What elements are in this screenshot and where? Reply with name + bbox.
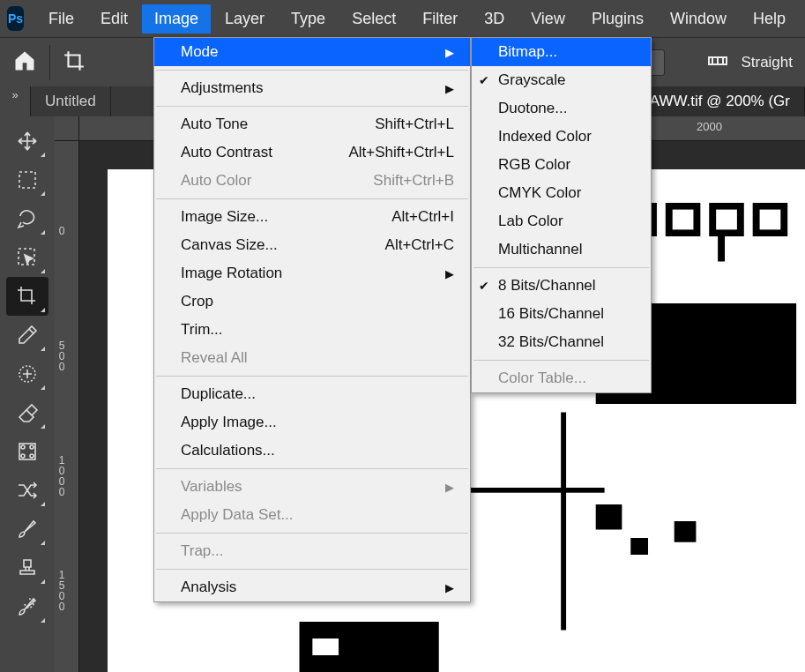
menu-help[interactable]: Help bbox=[741, 4, 798, 34]
document-tab[interactable]: Untitled bbox=[31, 86, 111, 116]
svg-rect-16 bbox=[673, 210, 694, 230]
move-tool[interactable] bbox=[6, 122, 48, 161]
menu-filter[interactable]: Filter bbox=[410, 4, 470, 34]
straighten-label[interactable]: Straight bbox=[741, 54, 793, 71]
app-logo: Ps bbox=[7, 6, 24, 31]
history-brush-tool[interactable] bbox=[6, 587, 48, 626]
svg-rect-40 bbox=[630, 538, 648, 555]
mode-menu-item[interactable]: Indexed Color bbox=[472, 123, 651, 151]
image-menu-item[interactable]: Auto ToneShift+Ctrl+L bbox=[154, 110, 470, 138]
check-icon: ✔ bbox=[479, 73, 489, 87]
svg-point-8 bbox=[21, 445, 25, 449]
mode-menu-item-label: Color Table... bbox=[498, 370, 586, 387]
image-menu-item[interactable]: Mode▶ bbox=[154, 38, 470, 66]
object-select-tool[interactable] bbox=[6, 238, 48, 277]
straighten-icon[interactable] bbox=[707, 50, 728, 75]
shortcut-label: Alt+Shift+Ctrl+L bbox=[313, 144, 454, 161]
image-menu-item-label: Crop bbox=[181, 293, 213, 310]
submenu-arrow-icon: ▶ bbox=[410, 481, 454, 494]
submenu-arrow-icon: ▶ bbox=[410, 82, 454, 95]
svg-point-11 bbox=[30, 454, 34, 458]
image-menu-item-label: Apply Image... bbox=[181, 414, 277, 431]
lasso-tool[interactable] bbox=[6, 199, 48, 238]
svg-point-29 bbox=[747, 335, 759, 347]
image-menu-item-label: Apply Data Set... bbox=[181, 506, 294, 524]
menu-layer[interactable]: Layer bbox=[212, 4, 277, 34]
svg-rect-41 bbox=[675, 521, 697, 542]
image-menu-item-label: Auto Contrast bbox=[181, 144, 272, 161]
document-tab-active[interactable]: AWW.tif @ 200% (Gr bbox=[635, 86, 805, 116]
menu-window[interactable]: Window bbox=[658, 4, 739, 34]
image-menu-item[interactable]: Crop bbox=[154, 287, 470, 316]
mode-menu-item[interactable]: ✔Grayscale bbox=[472, 66, 651, 94]
image-menu-item[interactable]: Calculations... bbox=[154, 437, 470, 465]
crop-tool[interactable] bbox=[6, 277, 48, 316]
shuffle-tool[interactable] bbox=[6, 471, 48, 510]
mode-menu-item[interactable]: 16 Bits/Channel bbox=[472, 300, 651, 328]
image-menu-item-label: Reveal All bbox=[181, 349, 248, 367]
mode-menu-item-label: Bitmap... bbox=[498, 43, 557, 61]
image-menu-separator bbox=[156, 70, 468, 71]
shortcut-label: Shift+Ctrl+B bbox=[338, 172, 454, 190]
mode-menu-item[interactable]: CMYK Color bbox=[472, 179, 651, 207]
image-menu-item-label: Variables bbox=[181, 478, 242, 496]
svg-rect-35 bbox=[561, 413, 566, 631]
image-menu-item[interactable]: Duplicate... bbox=[154, 380, 470, 408]
image-menu-item[interactable]: Trim... bbox=[154, 316, 470, 344]
mode-menu-item: Color Table... bbox=[472, 364, 651, 392]
frame-tool[interactable] bbox=[6, 432, 48, 471]
menu-plugins[interactable]: Plugins bbox=[579, 4, 656, 34]
eyedropper-tool[interactable] bbox=[6, 316, 48, 355]
marquee-tool[interactable] bbox=[6, 161, 48, 199]
home-icon[interactable] bbox=[12, 49, 37, 77]
svg-rect-38 bbox=[312, 638, 339, 655]
stamp-tool[interactable] bbox=[6, 549, 48, 587]
panel-expand-handle[interactable]: » bbox=[0, 86, 31, 116]
mode-menu-item[interactable]: ✔8 Bits/Channel bbox=[472, 272, 651, 300]
image-menu-item[interactable]: Apply Image... bbox=[154, 408, 470, 437]
image-menu-item-label: Calculations... bbox=[181, 442, 275, 459]
mode-menu-separator bbox=[473, 267, 649, 268]
image-menu-separator bbox=[156, 198, 468, 199]
ruler-origin[interactable] bbox=[55, 116, 79, 141]
submenu-arrow-icon: ▶ bbox=[410, 46, 454, 59]
ruler-tick: 2000 bbox=[697, 120, 722, 133]
image-menu-item-label: Image Rotation bbox=[181, 265, 282, 282]
image-menu-item[interactable]: Image Size...Alt+Ctrl+I bbox=[154, 203, 470, 231]
menu-type[interactable]: Type bbox=[279, 4, 338, 34]
image-menu-item[interactable]: Analysis▶ bbox=[154, 573, 470, 601]
mode-menu-item-label: CMYK Color bbox=[498, 184, 581, 202]
menu-edit[interactable]: Edit bbox=[88, 4, 140, 34]
healing-brush-tool[interactable] bbox=[6, 355, 48, 393]
image-menu-item[interactable]: Canvas Size...Alt+Ctrl+C bbox=[154, 231, 470, 259]
mode-menu-item-label: 32 Bits/Channel bbox=[498, 333, 604, 351]
image-menu-item[interactable]: Adjustments▶ bbox=[154, 74, 470, 102]
mode-menu-item[interactable]: Bitmap... bbox=[472, 38, 651, 66]
shortcut-label: Shift+Ctrl+L bbox=[339, 116, 454, 133]
image-menu-separator bbox=[156, 106, 468, 107]
mode-menu-item[interactable]: 32 Bits/Channel bbox=[472, 328, 651, 356]
menu-3d[interactable]: 3D bbox=[472, 4, 517, 34]
image-menu-item[interactable]: Auto ContrastAlt+Shift+Ctrl+L bbox=[154, 138, 470, 167]
mode-menu-item[interactable]: Duotone... bbox=[472, 94, 651, 123]
mode-menu-item[interactable]: RGB Color bbox=[472, 151, 651, 179]
menu-view[interactable]: View bbox=[518, 4, 578, 34]
mode-menu-item-label: 8 Bits/Channel bbox=[498, 277, 596, 295]
crop-icon[interactable] bbox=[63, 49, 86, 76]
mode-menu-item[interactable]: Lab Color bbox=[472, 207, 651, 235]
shortcut-label: Alt+Ctrl+C bbox=[350, 236, 454, 254]
mode-menu-item-label: RGB Color bbox=[498, 156, 570, 174]
ruler-vertical[interactable]: 0 500 1000 1500 bbox=[55, 141, 79, 672]
menu-image[interactable]: Image bbox=[142, 4, 211, 34]
svg-rect-39 bbox=[596, 504, 622, 530]
brush-tool[interactable] bbox=[6, 510, 48, 549]
menu-file[interactable]: File bbox=[36, 4, 86, 34]
image-menu-item[interactable]: Image Rotation▶ bbox=[154, 259, 470, 287]
menu-select[interactable]: Select bbox=[339, 4, 408, 34]
mode-menu-item[interactable]: Multichannel bbox=[472, 235, 651, 264]
ruler-tick: 500 bbox=[57, 340, 66, 372]
shortcut-label: Alt+Ctrl+I bbox=[356, 208, 454, 226]
eraser-tool[interactable] bbox=[6, 393, 48, 432]
app-logo-text: Ps bbox=[8, 11, 23, 26]
image-menu-item: Apply Data Set... bbox=[154, 501, 470, 529]
